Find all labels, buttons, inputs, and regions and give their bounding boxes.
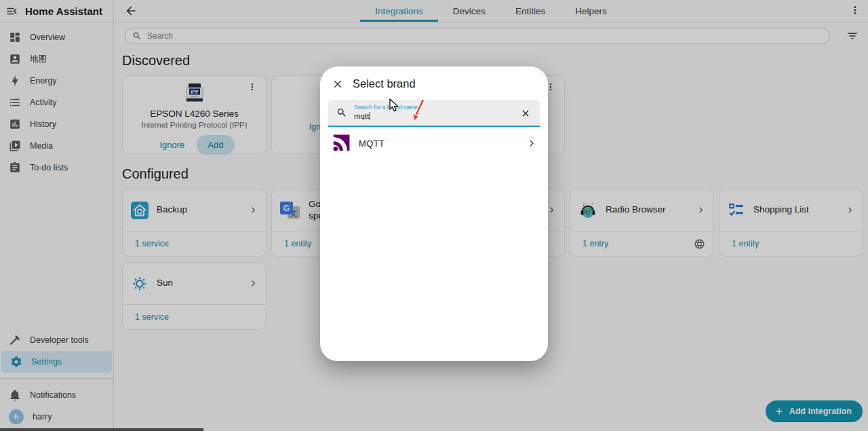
text-caret: [370, 112, 370, 120]
brand-search-field[interactable]: Search for a brand name mqtt: [328, 100, 540, 127]
mouse-cursor: [389, 98, 399, 115]
dialog-header: Select brand: [320, 67, 548, 90]
red-annotation-arrow: [408, 98, 429, 128]
clear-search-icon[interactable]: [520, 108, 531, 119]
chevron-right-icon: [526, 137, 538, 149]
mqtt-icon: [332, 134, 350, 153]
brand-result-mqtt[interactable]: MQTT: [320, 127, 548, 160]
brand-result-name: MQTT: [359, 138, 384, 149]
select-brand-dialog: Select brand Search for a brand name mqt…: [320, 67, 548, 361]
dialog-title: Select brand: [353, 77, 416, 90]
search-query-text: mqtt: [354, 111, 369, 121]
search-icon: [336, 107, 347, 118]
bottom-edge-strip: [0, 428, 203, 431]
close-icon[interactable]: [332, 78, 344, 90]
